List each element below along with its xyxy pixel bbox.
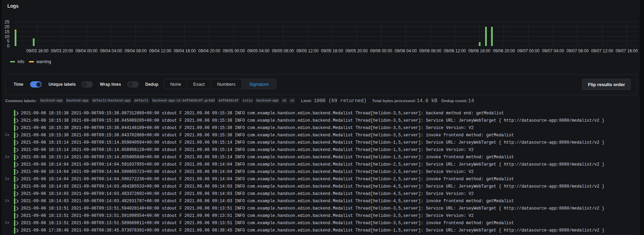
svg-text:09/06 16:00: 09/06 16:00 (468, 48, 491, 53)
svg-text:09/06 00:00: 09/06 00:00 (370, 48, 393, 53)
svg-text:09/06 08:00: 09/06 08:00 (419, 48, 441, 53)
svg-text:09/04 04:00: 09/04 04:00 (100, 48, 122, 53)
svg-text:09/07 16:00: 09/07 16:00 (616, 48, 638, 53)
svg-text:0: 0 (7, 44, 9, 48)
svg-text:25: 25 (5, 20, 9, 24)
svg-text:09/06 12:00: 09/06 12:00 (444, 48, 466, 53)
svg-text:09/04 12:00: 09/04 12:00 (149, 48, 171, 53)
svg-text:10: 10 (5, 34, 9, 39)
svg-text:09/04 00:00: 09/04 00:00 (75, 48, 98, 53)
svg-text:09/04 16:00: 09/04 16:00 (174, 48, 196, 53)
svg-text:09/05 08:00: 09/05 08:00 (272, 48, 294, 53)
svg-text:09/05 00:00: 09/05 00:00 (223, 48, 245, 53)
svg-text:09/03 20:00: 09/03 20:00 (51, 48, 73, 53)
svg-text:09/07 08:00: 09/07 08:00 (566, 48, 589, 53)
svg-text:09/04 08:00: 09/04 08:00 (124, 48, 147, 53)
svg-text:09/05 12:00: 09/05 12:00 (297, 48, 319, 53)
svg-text:09/05 20:00: 09/05 20:00 (345, 48, 368, 53)
svg-text:09/07 12:00: 09/07 12:00 (591, 48, 613, 53)
svg-text:09/07 00:00: 09/07 00:00 (517, 48, 540, 53)
svg-text:09/05 04:00: 09/05 04:00 (247, 48, 270, 53)
svg-text:09/03 16:00: 09/03 16:00 (26, 48, 49, 53)
svg-text:09/06 20:00: 09/06 20:00 (493, 48, 515, 53)
svg-text:09/05 16:00: 09/05 16:00 (321, 48, 343, 53)
svg-text:20: 20 (5, 24, 9, 29)
svg-text:09/07 04:00: 09/07 04:00 (542, 48, 564, 53)
svg-text:09/04 20:00: 09/04 20:00 (198, 48, 220, 53)
svg-text:5: 5 (7, 39, 9, 44)
svg-text:15: 15 (5, 29, 9, 34)
svg-text:09/06 04:00: 09/06 04:00 (395, 48, 417, 53)
